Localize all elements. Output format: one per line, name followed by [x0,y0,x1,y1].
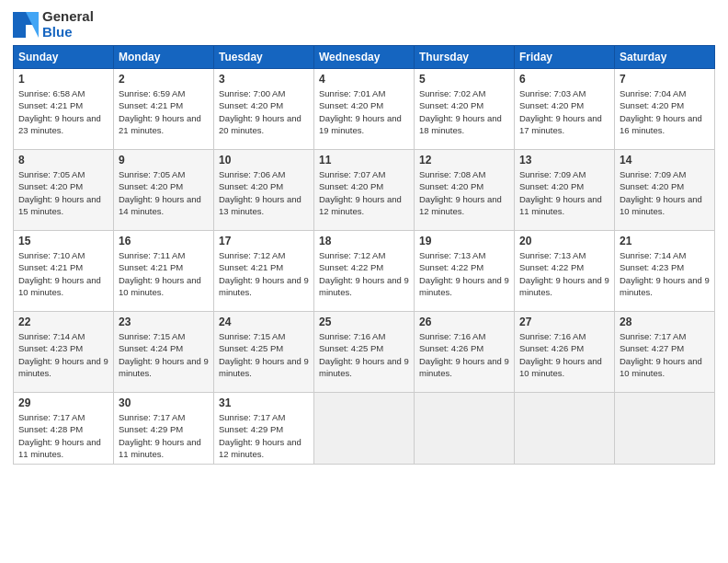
day-detail: Sunrise: 7:03 AMSunset: 4:20 PMDaylight:… [519,87,609,136]
weekday-tuesday: Tuesday [214,46,314,69]
day-number: 4 [319,73,409,86]
day-detail: Sunrise: 7:09 AMSunset: 4:20 PMDaylight:… [519,168,609,217]
day-detail: Sunrise: 7:15 AMSunset: 4:25 PMDaylight:… [219,330,309,379]
day-number: 19 [419,235,509,247]
day-detail: Sunrise: 7:01 AMSunset: 4:20 PMDaylight:… [319,87,409,136]
calendar-cell: 27Sunrise: 7:16 AMSunset: 4:26 PMDayligh… [515,312,615,393]
weekday-wednesday: Wednesday [314,46,415,69]
day-number: 28 [620,316,710,328]
weekday-saturday: Saturday [615,46,715,69]
calendar-cell: 8Sunrise: 7:05 AMSunset: 4:20 PMDaylight… [14,150,114,231]
day-detail: Sunrise: 7:10 AMSunset: 4:21 PMDaylight:… [18,249,108,298]
day-number: 16 [119,235,209,247]
day-detail: Sunrise: 7:13 AMSunset: 4:22 PMDaylight:… [419,249,509,298]
calendar-cell [314,393,415,465]
calendar-cell: 24Sunrise: 7:15 AMSunset: 4:25 PMDayligh… [214,312,314,393]
day-number: 8 [18,154,108,167]
day-number: 5 [419,73,509,86]
calendar-cell: 5Sunrise: 7:02 AMSunset: 4:20 PMDaylight… [415,69,515,150]
calendar-cell: 30Sunrise: 7:17 AMSunset: 4:29 PMDayligh… [114,393,214,465]
calendar-cell: 20Sunrise: 7:13 AMSunset: 4:22 PMDayligh… [515,231,615,312]
day-number: 29 [18,396,108,409]
day-number: 18 [319,235,409,247]
calendar-cell: 3Sunrise: 7:00 AMSunset: 4:20 PMDaylight… [214,69,314,150]
day-number: 21 [620,235,710,247]
calendar-cell: 29Sunrise: 7:17 AMSunset: 4:28 PMDayligh… [14,393,114,465]
day-detail: Sunrise: 7:06 AMSunset: 4:20 PMDaylight:… [219,168,309,217]
day-detail: Sunrise: 7:16 AMSunset: 4:26 PMDaylight:… [519,330,609,379]
header: General Blue [13,9,715,40]
day-number: 31 [219,396,309,409]
calendar-cell: 17Sunrise: 7:12 AMSunset: 4:21 PMDayligh… [214,231,314,312]
day-detail: Sunrise: 7:15 AMSunset: 4:24 PMDaylight:… [119,330,209,379]
logo: General Blue [13,9,94,40]
day-number: 12 [419,154,509,167]
logo-text: General Blue [42,9,94,40]
day-number: 7 [620,73,710,86]
calendar-cell: 14Sunrise: 7:09 AMSunset: 4:20 PMDayligh… [615,150,715,231]
calendar-cell: 7Sunrise: 7:04 AMSunset: 4:20 PMDaylight… [615,69,715,150]
day-number: 15 [18,235,108,247]
day-detail: Sunrise: 7:14 AMSunset: 4:23 PMDaylight:… [18,330,108,379]
day-detail: Sunrise: 7:00 AMSunset: 4:20 PMDaylight:… [219,87,309,136]
day-detail: Sunrise: 7:07 AMSunset: 4:20 PMDaylight:… [319,168,409,217]
day-number: 23 [119,316,209,328]
day-detail: Sunrise: 7:05 AMSunset: 4:20 PMDaylight:… [18,168,108,217]
day-detail: Sunrise: 7:12 AMSunset: 4:21 PMDaylight:… [219,249,309,298]
day-number: 13 [519,154,609,167]
day-number: 20 [519,235,609,247]
day-number: 2 [119,73,209,86]
page: General Blue SundayMondayTuesdayWednesda… [0,0,728,563]
calendar-cell: 18Sunrise: 7:12 AMSunset: 4:22 PMDayligh… [314,231,415,312]
day-number: 30 [119,396,209,409]
calendar-cell: 11Sunrise: 7:07 AMSunset: 4:20 PMDayligh… [314,150,415,231]
day-detail: Sunrise: 6:58 AMSunset: 4:21 PMDaylight:… [18,87,108,136]
logo-general: General [42,8,94,24]
calendar-cell [515,393,615,465]
day-number: 26 [419,316,509,328]
day-detail: Sunrise: 7:09 AMSunset: 4:20 PMDaylight:… [620,168,710,217]
day-detail: Sunrise: 7:04 AMSunset: 4:20 PMDaylight:… [620,87,710,136]
day-detail: Sunrise: 7:13 AMSunset: 4:22 PMDaylight:… [519,249,609,298]
day-number: 22 [18,316,108,328]
weekday-thursday: Thursday [415,46,515,69]
calendar-cell: 9Sunrise: 7:05 AMSunset: 4:20 PMDaylight… [114,150,214,231]
weekday-friday: Friday [515,46,615,69]
day-number: 27 [519,316,609,328]
day-detail: Sunrise: 7:08 AMSunset: 4:20 PMDaylight:… [419,168,509,217]
day-detail: Sunrise: 7:17 AMSunset: 4:29 PMDaylight:… [219,411,309,460]
logo-icon [13,12,39,38]
day-detail: Sunrise: 7:12 AMSunset: 4:22 PMDaylight:… [319,249,409,298]
day-detail: Sunrise: 7:14 AMSunset: 4:23 PMDaylight:… [620,249,710,298]
day-detail: Sunrise: 7:17 AMSunset: 4:27 PMDaylight:… [620,330,710,379]
calendar-cell: 23Sunrise: 7:15 AMSunset: 4:24 PMDayligh… [114,312,214,393]
calendar-cell: 31Sunrise: 7:17 AMSunset: 4:29 PMDayligh… [214,393,314,465]
day-detail: Sunrise: 6:59 AMSunset: 4:21 PMDaylight:… [119,87,209,136]
calendar-cell [615,393,715,465]
calendar-cell: 28Sunrise: 7:17 AMSunset: 4:27 PMDayligh… [615,312,715,393]
calendar-cell [415,393,515,465]
calendar-table: SundayMondayTuesdayWednesdayThursdayFrid… [13,45,715,465]
calendar-cell: 26Sunrise: 7:16 AMSunset: 4:26 PMDayligh… [415,312,515,393]
day-detail: Sunrise: 7:17 AMSunset: 4:29 PMDaylight:… [119,411,209,460]
day-number: 1 [18,73,108,86]
weekday-header-row: SundayMondayTuesdayWednesdayThursdayFrid… [14,46,715,69]
calendar-cell: 6Sunrise: 7:03 AMSunset: 4:20 PMDaylight… [515,69,615,150]
logo-blue: Blue [42,24,73,40]
calendar-cell: 19Sunrise: 7:13 AMSunset: 4:22 PMDayligh… [415,231,515,312]
day-number: 11 [319,154,409,167]
calendar-cell: 4Sunrise: 7:01 AMSunset: 4:20 PMDaylight… [314,69,415,150]
day-number: 3 [219,73,309,86]
day-number: 24 [219,316,309,328]
calendar-cell: 22Sunrise: 7:14 AMSunset: 4:23 PMDayligh… [14,312,114,393]
day-detail: Sunrise: 7:16 AMSunset: 4:25 PMDaylight:… [319,330,409,379]
calendar-cell: 16Sunrise: 7:11 AMSunset: 4:21 PMDayligh… [114,231,214,312]
weekday-sunday: Sunday [14,46,114,69]
calendar-cell: 12Sunrise: 7:08 AMSunset: 4:20 PMDayligh… [415,150,515,231]
day-number: 14 [620,154,710,167]
day-detail: Sunrise: 7:11 AMSunset: 4:21 PMDaylight:… [119,249,209,298]
day-detail: Sunrise: 7:02 AMSunset: 4:20 PMDaylight:… [419,87,509,136]
weekday-monday: Monday [114,46,214,69]
calendar-cell: 21Sunrise: 7:14 AMSunset: 4:23 PMDayligh… [615,231,715,312]
calendar-cell: 1Sunrise: 6:58 AMSunset: 4:21 PMDaylight… [14,69,114,150]
